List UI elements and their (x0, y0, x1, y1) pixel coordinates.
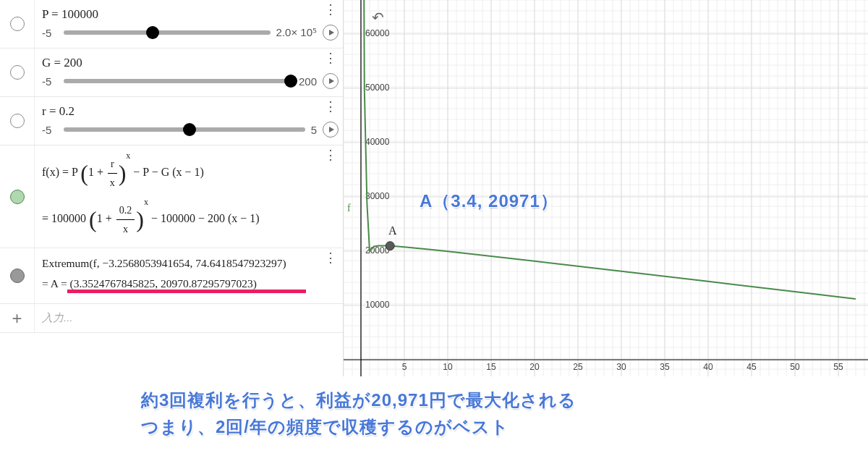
visibility-toggle-r[interactable] (10, 114, 25, 128)
svg-text:60000: 60000 (365, 28, 390, 38)
svg-text:30: 30 (616, 362, 626, 372)
visibility-toggle-P[interactable] (10, 17, 25, 31)
graph-panel[interactable]: ↶ (344, 0, 868, 376)
svg-text:50: 50 (790, 362, 800, 372)
svg-text:5: 5 (402, 362, 407, 372)
slider-max-G: 200 (299, 75, 317, 88)
add-button[interactable]: + (0, 304, 35, 332)
svg-text:40: 40 (703, 362, 713, 372)
extremum-call[interactable]: Extremum(f, −3.2568053941654, 74.6418547… (42, 257, 339, 270)
svg-text:25: 25 (573, 362, 583, 372)
svg-text:10000: 10000 (365, 300, 390, 310)
formula-part: 1 + (97, 212, 115, 224)
algebra-sidebar: P = 100000 -5 2.0× 10⁵ ⋮ G = 200 -5 (0, 0, 344, 376)
algebra-input[interactable]: 入力... (35, 304, 343, 332)
slider-row-G: G = 200 -5 200 ⋮ (0, 48, 343, 97)
annotation-A-value: A（3.4, 20971） (420, 190, 558, 213)
svg-text:40000: 40000 (365, 137, 390, 147)
slider-G[interactable] (64, 78, 293, 84)
svg-text:55: 55 (833, 362, 843, 372)
curve-f (348, 0, 856, 376)
play-button-P[interactable] (323, 25, 339, 41)
menu-dots-f[interactable]: ⋮ (324, 153, 337, 158)
bottom-annotation: 約3回複利を行うと、利益が20,971円で最大化される つまり、2回/年の頻度で… (0, 376, 868, 440)
svg-text:35: 35 (660, 362, 670, 372)
visibility-toggle-f[interactable] (10, 190, 25, 204)
undo-icon[interactable]: ↶ (369, 9, 386, 26)
bottom-line-1: 約3回複利を行うと、利益が20,971円で最大化される (141, 387, 868, 413)
menu-dots-ext[interactable]: ⋮ (324, 256, 337, 261)
formula-part: − P − G (x − 1) (130, 166, 204, 178)
svg-text:10: 10 (443, 362, 453, 372)
expr-G: G = 200 (42, 56, 339, 70)
menu-dots-P[interactable]: ⋮ (324, 7, 337, 12)
svg-text:30000: 30000 (365, 191, 390, 201)
formula-part: = 100000 (42, 212, 89, 224)
expr-r: r = 0.2 (42, 104, 339, 119)
svg-text:45: 45 (746, 362, 757, 372)
slider-row-r: r = 0.2 -5 5 ⋮ (0, 97, 343, 145)
play-button-G[interactable] (323, 73, 339, 89)
expr-P: P = 100000 (42, 7, 339, 22)
point-A[interactable] (386, 242, 394, 250)
svg-text:20: 20 (529, 362, 540, 372)
formula-f[interactable]: f(x) = P (1 + rx)x − P − G (x − 1) = 100… (42, 153, 339, 240)
slider-min-P: -5 (42, 27, 58, 39)
slider-row-P: P = 100000 -5 2.0× 10⁵ ⋮ (0, 0, 343, 48)
svg-text:50000: 50000 (365, 83, 390, 93)
graph-svg: 51015 202530 354045 5055 100002000030000… (344, 0, 868, 376)
formula-part: f(x) = P (42, 166, 80, 178)
bottom-line-2: つまり、2回/年の頻度で収穫するのがベスト (141, 413, 868, 440)
play-button-r[interactable] (323, 122, 339, 138)
formula-row-f: f(x) = P (1 + rx)x − P − G (x − 1) = 100… (0, 145, 343, 248)
visibility-toggle-G[interactable] (10, 65, 25, 80)
curve-label-f: f (347, 203, 351, 214)
svg-text:15: 15 (486, 362, 496, 372)
slider-min-r: -5 (42, 124, 58, 136)
slider-r[interactable] (64, 127, 305, 132)
formula-part: − 100000 − 200 (x − 1) (148, 212, 260, 224)
extremum-row: Extremum(f, −3.2568053941654, 74.6418547… (0, 248, 343, 304)
formula-part: 1 + (88, 166, 106, 178)
menu-dots-G[interactable]: ⋮ (324, 56, 337, 61)
slider-P[interactable] (64, 30, 271, 35)
input-row: + 入力... (0, 304, 343, 333)
extremum-result: = A = (3.3524767845825, 20970.8729579702… (42, 277, 339, 290)
slider-max-P: 2.0× 10⁵ (276, 26, 317, 39)
point-label-A: A (388, 224, 397, 237)
slider-min-G: -5 (42, 75, 58, 88)
visibility-toggle-A[interactable] (10, 269, 25, 283)
slider-max-r: 5 (311, 124, 317, 136)
menu-dots-r[interactable]: ⋮ (324, 104, 337, 109)
